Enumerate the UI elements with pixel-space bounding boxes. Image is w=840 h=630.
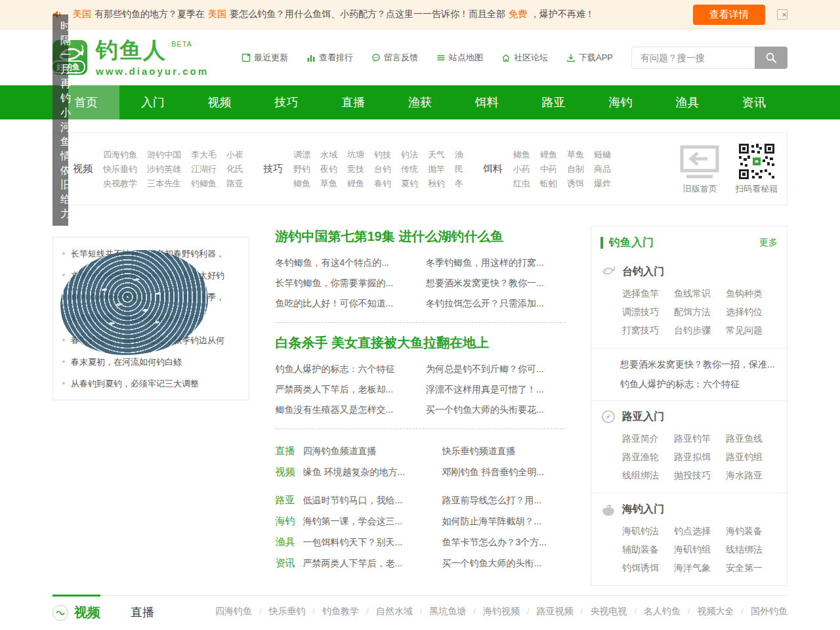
article-link[interactable]: 鲫鱼没有生殖器又是怎样交... (276, 400, 415, 420)
quick-link[interactable]: 鲤鱼 (540, 148, 557, 161)
quick-link[interactable]: 钓法 (401, 148, 418, 161)
category-label-link[interactable]: 渔具 (276, 532, 303, 553)
video-category-link[interactable]: 黑坑鱼塘 (413, 606, 467, 618)
video-category-link[interactable]: 视频大全 (681, 606, 734, 618)
article-link[interactable]: 严禁两类人下竿后，老... (303, 553, 442, 574)
quick-link[interactable]: 江湖行 (191, 162, 217, 176)
tab-live[interactable]: 直播 (131, 596, 154, 620)
nav-tab[interactable]: 渔具 (654, 85, 721, 119)
quick-link[interactable]: 传统 (401, 162, 418, 176)
video-category-link[interactable]: 钓鱼教学 (305, 606, 359, 618)
quick-link[interactable]: 商品 (594, 162, 611, 176)
sidebar-link[interactable]: 台钓步骤 (674, 321, 726, 339)
quick-link[interactable]: 冬 (455, 177, 463, 190)
video-category-link[interactable]: 海钓视频 (466, 606, 520, 618)
search-button[interactable] (755, 47, 788, 69)
sidebar-link[interactable]: 海水路亚 (726, 466, 778, 484)
close-icon[interactable]: ✕ (777, 9, 788, 20)
feature-headline[interactable]: 游钓中国第七第19集 进什么湖钓什么鱼 (276, 228, 565, 245)
sidebar-link[interactable]: 钓饵诱饵 (622, 558, 674, 577)
quick-link[interactable]: 央视教学 (103, 177, 137, 190)
article-link[interactable]: 冬钓拉饵怎么开？只需添加... (426, 293, 565, 314)
quick-link[interactable]: 爆炸 (594, 177, 611, 190)
sidebar-link[interactable]: 海洋气象 (674, 558, 726, 577)
quick-link[interactable]: 小崔 (226, 148, 243, 161)
nav-tab[interactable]: 渔获 (387, 85, 453, 119)
category-label-link[interactable]: 视频 (276, 461, 303, 482)
quick-link[interactable]: 三本先生 (147, 177, 181, 190)
article-link[interactable]: 从春钓到夏钓，必须牢记三大调整 (62, 373, 240, 394)
article-link[interactable]: 春末夏初，在河流如何钓白鲦 (62, 351, 240, 373)
quick-link[interactable]: 草鱼 (320, 177, 337, 190)
nav-tab[interactable]: 直播 (320, 85, 387, 119)
quick-link[interactable]: 秋钓 (428, 177, 445, 190)
article-link[interactable]: 想要酒米发窝更快？教你一... (426, 273, 565, 293)
article-link[interactable]: 四海钓鱼频道直播 (303, 440, 442, 461)
sidebar-link[interactable]: 选择钓位 (726, 303, 778, 321)
video-category-link[interactable]: 四海钓鱼 (215, 606, 252, 618)
nav-tab[interactable]: 路亚 (520, 85, 587, 119)
nav-tab[interactable]: 视频 (186, 85, 253, 119)
article-link[interactable]: 长竿钓鲫鱼，你需要掌握的... (276, 273, 415, 293)
sidebar-link[interactable]: 选择鱼竿 (622, 284, 674, 303)
category-label-link[interactable]: 直播 (276, 440, 303, 461)
category-label-link[interactable]: 路亚 (276, 490, 303, 511)
quick-link[interactable]: 抛竿 (428, 162, 445, 176)
sitemap-link[interactable]: 站点地图 (436, 52, 483, 64)
sidebar-link[interactable]: 路亚拟饵 (674, 448, 726, 466)
search-input[interactable] (631, 47, 755, 69)
video-category-link[interactable]: 国外钓鱼 (734, 606, 788, 618)
more-link[interactable]: 更多 (759, 237, 778, 249)
article-link[interactable]: 冬钓鲫鱼，有这4个特点的... (276, 253, 415, 273)
quick-link[interactable]: 自制 (567, 162, 584, 176)
feedback-link[interactable]: 留言反馈 (371, 52, 418, 64)
quick-link[interactable]: 水域 (320, 148, 337, 161)
quick-link[interactable]: 四海钓鱼 (103, 148, 137, 161)
quick-link[interactable]: 春钓 (374, 177, 391, 190)
video-category-link[interactable]: 快乐垂钓 (252, 606, 306, 618)
article-link[interactable]: 路亚前导线怎么打？用... (442, 490, 581, 511)
article-link[interactable]: 低温时节钓马口，我给... (303, 490, 442, 511)
sidebar-link[interactable]: 常见问题 (726, 321, 778, 339)
nav-tab[interactable]: 技巧 (253, 85, 320, 119)
article-link[interactable]: 鱼竿卡节怎么办？3个方... (442, 532, 581, 553)
tab-video[interactable]: 视频 (52, 595, 100, 621)
article-link[interactable]: 买一个钓鱼大师的头衔... (442, 553, 581, 574)
sidebar-link[interactable]: 路亚钓竿 (674, 429, 726, 448)
article-link[interactable]: 如何防止海竿阵截胡？... (442, 511, 581, 532)
article-link[interactable]: 钓鱼人爆护的标志：六个特征 (620, 374, 778, 394)
quick-link[interactable]: 小药 (513, 162, 530, 176)
quick-link[interactable]: 台钓 (374, 162, 391, 176)
sidebar-link[interactable]: 海矶钓法 (622, 522, 674, 540)
quick-link[interactable]: 鲢鳙 (594, 148, 611, 161)
nav-tab[interactable]: 海钓 (587, 85, 654, 119)
sidebar-link[interactable]: 配饵方法 (674, 303, 726, 321)
sidebar-link[interactable]: 打窝技巧 (622, 321, 674, 339)
download-app-link[interactable]: 下载APP (566, 52, 613, 64)
quick-link[interactable]: 中药 (540, 162, 557, 176)
quick-link[interactable]: 民 (455, 162, 463, 176)
old-version-home-link[interactable]: 旧版首页 (680, 143, 721, 195)
video-category-link[interactable]: 央视电视 (574, 606, 627, 618)
video-category-link[interactable]: 自然水域 (359, 606, 413, 618)
sidebar-link[interactable]: 钓点选择 (674, 522, 726, 540)
view-ranking-link[interactable]: 查看排行 (306, 52, 353, 64)
article-link[interactable]: 严禁两类人下竿后，老板却... (276, 379, 415, 400)
sidebar-link[interactable]: 调漂技巧 (622, 303, 674, 321)
quick-link[interactable]: 鲫鱼 (293, 177, 310, 190)
quick-link[interactable]: 天气 (428, 148, 445, 161)
sidebar-link[interactable]: 鱼钩种类 (726, 284, 778, 303)
quick-link[interactable]: 夜钓 (320, 162, 337, 176)
article-link[interactable]: 为何总是钓不到斤鲫？你可... (426, 359, 565, 379)
quick-link[interactable]: 草鱼 (567, 148, 584, 161)
nav-tab[interactable]: 入门 (119, 85, 186, 119)
quick-link[interactable]: 钓鲫鱼 (191, 177, 217, 190)
feature-headline[interactable]: 白条杀手 美女直接被大鱼拉翻在地上 (276, 334, 565, 352)
quick-link[interactable]: 野钓 (293, 162, 310, 176)
sidebar-link[interactable]: 安全第一 (726, 558, 778, 577)
promo-cta-button[interactable]: 查看详情 (693, 5, 765, 25)
recent-updates-link[interactable]: 最近更新 (242, 52, 288, 64)
article-link[interactable]: 海钓第一课，学会这三... (303, 511, 442, 532)
sidebar-link[interactable]: 抛投技巧 (674, 466, 726, 484)
quick-link[interactable]: 渔 (455, 148, 463, 161)
